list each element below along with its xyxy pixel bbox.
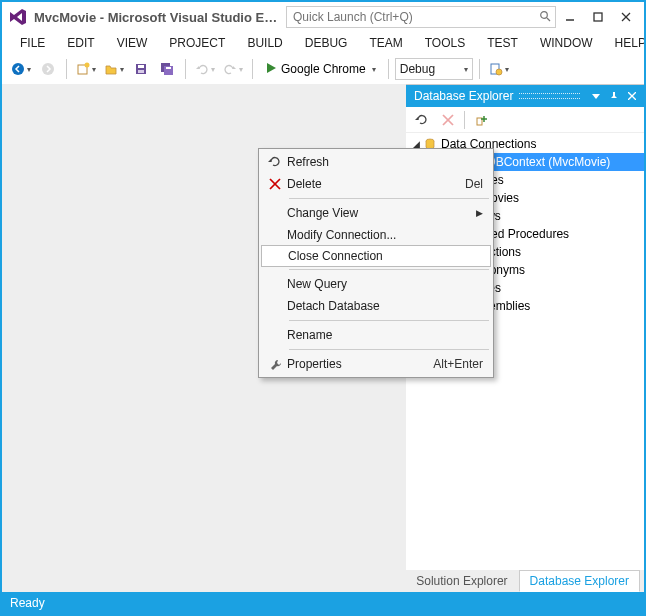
separator (66, 59, 67, 79)
menu-help[interactable]: HELP (605, 34, 646, 52)
separator (185, 59, 186, 79)
cm-label: New Query (287, 277, 483, 291)
vs-logo-icon (8, 6, 28, 28)
save-all-button[interactable] (155, 57, 179, 81)
run-target-label: Google Chrome (281, 62, 366, 76)
separator (289, 320, 489, 321)
cm-change-view[interactable]: Change View ▶ (261, 202, 491, 224)
find-in-files-button[interactable]: ▾ (486, 57, 512, 81)
start-debug-button[interactable]: Google Chrome ▾ (259, 57, 382, 81)
tab-database-explorer[interactable]: Database Explorer (519, 570, 640, 592)
minimize-button[interactable] (556, 6, 584, 28)
save-button[interactable] (129, 57, 153, 81)
menu-edit[interactable]: EDIT (57, 34, 104, 52)
cm-close-connection[interactable]: Close Connection (261, 245, 491, 267)
svg-rect-11 (138, 65, 144, 68)
cm-modify-connection[interactable]: Modify Connection... (261, 224, 491, 246)
panel-grip (519, 93, 580, 99)
window-buttons (556, 6, 640, 28)
menu-team[interactable]: TEAM (359, 34, 412, 52)
refresh-button[interactable] (410, 109, 434, 131)
cm-label: Refresh (287, 155, 483, 169)
statusbar: Ready (2, 592, 644, 614)
panel-close-button[interactable] (624, 88, 640, 104)
delete-button[interactable] (436, 109, 460, 131)
undo-button[interactable]: ▾ (192, 57, 218, 81)
menu-debug[interactable]: DEBUG (295, 34, 358, 52)
menu-build[interactable]: BUILD (237, 34, 292, 52)
status-text: Ready (10, 596, 45, 610)
menubar: FILE EDIT VIEW PROJECT BUILD DEBUG TEAM … (2, 32, 644, 54)
configuration-label: Debug (400, 62, 435, 76)
menu-tools[interactable]: TOOLS (415, 34, 475, 52)
svg-rect-3 (594, 13, 602, 21)
svg-point-7 (42, 63, 54, 75)
wrench-icon (263, 355, 287, 373)
separator (388, 59, 389, 79)
tab-solution-explorer[interactable]: Solution Explorer (405, 570, 518, 592)
svg-point-6 (12, 63, 24, 75)
menu-project[interactable]: PROJECT (159, 34, 235, 52)
cm-label: Modify Connection... (287, 228, 483, 242)
delete-icon (263, 175, 287, 193)
cm-delete[interactable]: Delete Del (261, 173, 491, 195)
separator (464, 111, 465, 129)
pin-icon[interactable] (606, 88, 622, 104)
panel-title: Database Explorer (414, 89, 513, 103)
close-button[interactable] (612, 6, 640, 28)
separator (252, 59, 253, 79)
panel-toolbar (406, 107, 644, 133)
menu-window[interactable]: WINDOW (530, 34, 603, 52)
quick-launch[interactable] (286, 6, 556, 28)
toolbar: ▾ ▾ ▾ ▾ ▾ Google Chrome ▾ Debug ▾ ▾ (2, 54, 644, 84)
window-title: MvcMovie - Microsoft Visual Studio Expre… (34, 10, 278, 25)
cm-label: Change View (287, 206, 476, 220)
separator (289, 198, 489, 199)
cm-shortcut: Del (465, 177, 483, 191)
redo-button[interactable]: ▾ (220, 57, 246, 81)
titlebar: MvcMovie - Microsoft Visual Studio Expre… (2, 2, 644, 32)
side-tabs: Solution Explorer Database Explorer (405, 570, 640, 592)
panel-header[interactable]: Database Explorer (406, 85, 644, 107)
open-file-button[interactable]: ▾ (101, 57, 127, 81)
panel-menu-button[interactable] (588, 88, 604, 104)
play-icon (265, 62, 277, 77)
nav-forward-button[interactable] (36, 57, 60, 81)
chevron-down-icon: ▾ (464, 65, 468, 74)
cm-refresh[interactable]: Refresh (261, 151, 491, 173)
svg-rect-15 (166, 67, 171, 69)
cm-properties[interactable]: Properties Alt+Enter (261, 353, 491, 375)
context-menu: Refresh Delete Del Change View ▶ Modify … (258, 148, 494, 378)
submenu-arrow-icon: ▶ (476, 208, 483, 218)
main-area: Database Explorer ◢ Data Connections ◢ M… (2, 84, 644, 592)
new-project-button[interactable]: ▾ (73, 57, 99, 81)
cm-rename[interactable]: Rename (261, 324, 491, 346)
separator (479, 59, 480, 79)
cm-shortcut: Alt+Enter (433, 357, 483, 371)
search-icon (539, 10, 551, 25)
quick-launch-input[interactable] (291, 9, 539, 25)
separator (289, 269, 489, 270)
maximize-button[interactable] (584, 6, 612, 28)
cm-label: Detach Database (287, 299, 483, 313)
cm-label: Close Connection (288, 249, 482, 263)
cm-new-query[interactable]: New Query (261, 273, 491, 295)
cm-detach-database[interactable]: Detach Database (261, 295, 491, 317)
cm-label: Rename (287, 328, 483, 342)
cm-label: Delete (287, 177, 465, 191)
svg-point-17 (496, 69, 502, 75)
refresh-icon (263, 153, 287, 171)
add-connection-button[interactable] (469, 109, 493, 131)
chevron-down-icon: ▾ (372, 65, 376, 74)
svg-line-1 (547, 18, 550, 21)
nav-back-button[interactable]: ▾ (8, 57, 34, 81)
cm-label: Properties (287, 357, 433, 371)
menu-file[interactable]: FILE (10, 34, 55, 52)
separator (289, 349, 489, 350)
svg-point-9 (85, 63, 90, 68)
svg-rect-12 (138, 70, 144, 73)
svg-point-0 (541, 11, 548, 18)
menu-test[interactable]: TEST (477, 34, 528, 52)
configuration-dropdown[interactable]: Debug ▾ (395, 58, 473, 80)
menu-view[interactable]: VIEW (107, 34, 158, 52)
